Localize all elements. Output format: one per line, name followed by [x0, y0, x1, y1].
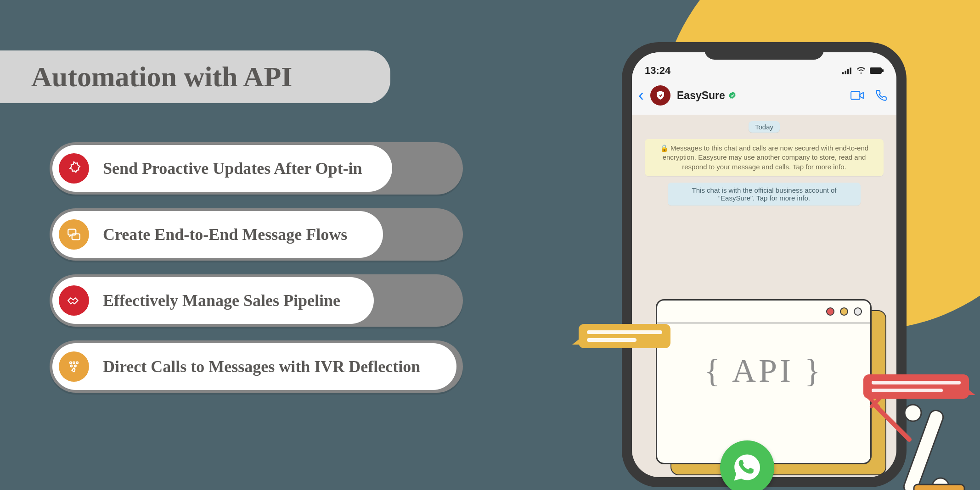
flow-icon [59, 219, 89, 250]
feature-label: Effectively Manage Sales Pipeline [103, 291, 340, 310]
avatar[interactable] [650, 85, 670, 106]
phone-mockup: 13:24 ‹ EasySure [622, 42, 916, 487]
svg-point-11 [861, 72, 862, 74]
feature-item: Direct Calls to Messages with IVR Deflec… [50, 340, 463, 393]
feature-item: Create End-to-End Message Flows [50, 208, 463, 261]
svg-point-2 [70, 362, 72, 364]
chat-header: ‹ EasySure [632, 81, 896, 115]
svg-rect-7 [842, 72, 844, 74]
battery-icon [870, 67, 884, 74]
svg-rect-10 [850, 67, 851, 74]
window-dot-yellow [840, 307, 848, 316]
feature-label: Send Proactive Updates After Opt-in [103, 159, 362, 178]
page-title: Automation with API [0, 50, 390, 103]
phone-icon[interactable] [875, 89, 887, 101]
svg-point-6 [74, 365, 76, 367]
wifi-icon [856, 67, 866, 74]
feature-list: Send Proactive Updates After Opt-in Crea… [50, 142, 463, 393]
window-dot-red [826, 307, 834, 316]
video-icon[interactable] [850, 90, 864, 100]
svg-rect-9 [847, 69, 849, 74]
signal-icon [842, 67, 852, 74]
svg-point-3 [73, 362, 75, 364]
svg-rect-14 [851, 91, 860, 99]
window-dot-grey [854, 307, 862, 316]
badge-icon [59, 153, 89, 184]
svg-rect-12 [870, 67, 882, 74]
svg-rect-8 [845, 71, 846, 74]
contact-name[interactable]: EasySure [677, 89, 844, 102]
encryption-notice[interactable]: 🔒 Messages to this chat and calls are no… [645, 139, 884, 176]
dial-icon [59, 351, 89, 382]
svg-point-4 [76, 362, 78, 364]
verified-icon [728, 91, 737, 100]
handshake-icon [59, 285, 89, 316]
feature-item: Send Proactive Updates After Opt-in [50, 142, 463, 195]
feature-label: Direct Calls to Messages with IVR Deflec… [103, 357, 420, 376]
phone-notch [704, 42, 824, 60]
whatsapp-icon [720, 440, 774, 490]
feature-item: Effectively Manage Sales Pipeline [50, 274, 463, 327]
chat-body: Today 🔒 Messages to this chat and calls … [632, 115, 896, 212]
day-chip: Today [749, 121, 780, 133]
api-illustration: { API } [579, 290, 914, 490]
svg-point-5 [70, 365, 72, 367]
svg-rect-13 [882, 69, 884, 72]
svg-rect-18 [914, 484, 964, 490]
robot-arm-illustration [827, 380, 974, 490]
speech-bubble-yellow [579, 324, 670, 348]
business-notice[interactable]: This chat is with the official business … [668, 183, 861, 206]
feature-label: Create End-to-End Message Flows [103, 225, 347, 244]
svg-point-16 [905, 405, 921, 421]
status-time: 13:24 [645, 65, 670, 77]
back-icon[interactable]: ‹ [638, 86, 644, 105]
